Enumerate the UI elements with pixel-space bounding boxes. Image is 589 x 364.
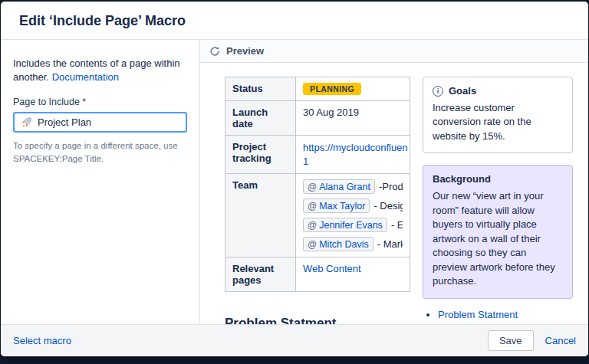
- at-icon: @: [308, 239, 317, 250]
- goals-panel-title: Goals: [449, 85, 476, 97]
- background-panel: Background Our new “view art in your roo…: [423, 165, 573, 298]
- page-to-include-label: Page to Include *: [13, 97, 187, 107]
- mention-chip-mitch-davis[interactable]: @Mitch Davis: [303, 237, 373, 251]
- cancel-link[interactable]: Cancel: [545, 335, 576, 346]
- status-row-label: Status: [225, 77, 296, 101]
- problem-statment-link[interactable]: Problem Statment: [438, 309, 518, 320]
- macro-description: Includes the contents of a page within a…: [13, 57, 187, 85]
- table-row-relevant-pages: Relevant pages Web Content: [225, 257, 410, 292]
- list-item: Problem Statment: [438, 309, 573, 320]
- dialog-footer: Select macro Save Cancel: [1, 324, 588, 356]
- at-icon: @: [308, 201, 317, 212]
- goals-panel-body: Increase customer conversion rate on the…: [433, 101, 563, 143]
- save-button[interactable]: Save: [488, 330, 534, 351]
- include-page-macro-dialog: Edit ‘Include Page’ Macro Includes the c…: [1, 2, 588, 356]
- preview-side-column: i Goals Increase customer conversion rat…: [423, 77, 573, 324]
- rocket-icon: [21, 116, 32, 128]
- documentation-link[interactable]: Documentation: [52, 71, 119, 83]
- page-to-include-field[interactable]: [13, 112, 187, 133]
- field-helper-text: To specify a page in a different space, …: [13, 139, 187, 165]
- project-summary-table: Status PLANNING Launch date 30 Aug 2019 …: [225, 77, 410, 292]
- team-row-label: Team: [225, 174, 296, 257]
- team-member-line: @Alana Grant -Produ: [303, 179, 403, 194]
- mention-chip-max-taylor[interactable]: @Max Taylor: [303, 198, 370, 213]
- goals-panel: i Goals Increase customer conversion rat…: [423, 77, 573, 153]
- background-panel-title: Background: [433, 173, 491, 185]
- preview-header: Preview: [200, 40, 588, 63]
- team-member-line: @Jennifer Evans - En: [303, 218, 403, 232]
- dialog-body: Includes the contents of a page within a…: [1, 40, 588, 324]
- related-links-list: Problem Statment Milestones Project Trac…: [423, 309, 573, 324]
- select-macro-link[interactable]: Select macro: [13, 335, 71, 346]
- at-icon: @: [308, 182, 317, 192]
- problem-statment-heading: Problem Statment: [225, 316, 336, 324]
- dialog-title: Edit ‘Include Page’ Macro: [1, 2, 588, 40]
- macro-settings-panel: Includes the contents of a page within a…: [1, 40, 200, 324]
- mention-chip-alana-grant[interactable]: @Alana Grant: [303, 179, 375, 194]
- table-row-team: Team @Alana Grant -Produ @Max Taylor - D…: [225, 174, 410, 257]
- table-row-launch-date: Launch date 30 Aug 2019: [225, 101, 410, 136]
- launch-date-value: 30 Aug 2019: [296, 101, 410, 136]
- relevant-pages-row-label: Relevant pages: [225, 257, 296, 292]
- team-member-line: @Mitch Davis - Marke: [303, 237, 403, 251]
- project-tracking-row-label: Project tracking: [225, 136, 296, 174]
- background-panel-body: Our new “view art in your room” feature …: [433, 189, 563, 288]
- status-badge: PLANNING: [303, 83, 361, 95]
- table-row-project-tracking: Project tracking https://mycloudconfluen…: [225, 136, 410, 174]
- team-member-line: @Max Taylor - Desig: [303, 198, 403, 213]
- milestones-link[interactable]: Milestones: [438, 323, 485, 324]
- project-tracking-link[interactable]: https://mycloudconfluen1: [303, 141, 403, 168]
- info-icon: i: [433, 86, 443, 97]
- launch-date-row-label: Launch date: [225, 101, 296, 136]
- list-item: Milestones: [438, 323, 573, 324]
- at-icon: @: [308, 220, 317, 231]
- table-row-status: Status PLANNING: [225, 77, 410, 101]
- refresh-icon[interactable]: [209, 46, 220, 57]
- preview-label: Preview: [226, 45, 264, 57]
- page-to-include-input[interactable]: [38, 116, 179, 128]
- web-content-link[interactable]: Web Content: [303, 263, 361, 274]
- mention-chip-jennifer-evans[interactable]: @Jennifer Evans: [303, 218, 387, 232]
- preview-panel: Preview Status PLANNING Launch date 30 A…: [200, 40, 588, 324]
- preview-content: Status PLANNING Launch date 30 Aug 2019 …: [200, 63, 588, 324]
